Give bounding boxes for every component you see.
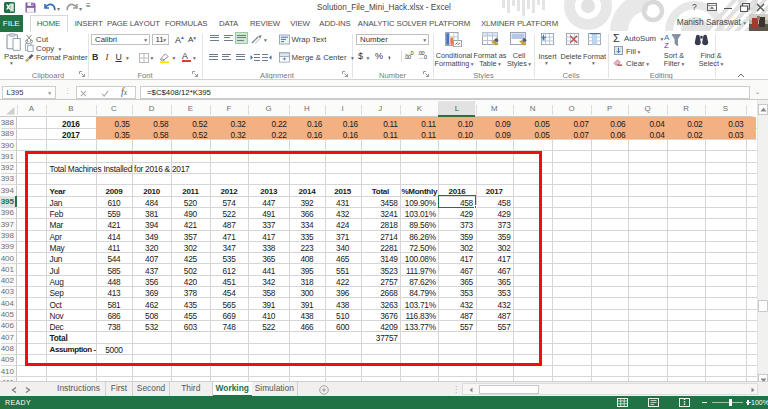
svg-text:Z: Z	[664, 41, 669, 49]
